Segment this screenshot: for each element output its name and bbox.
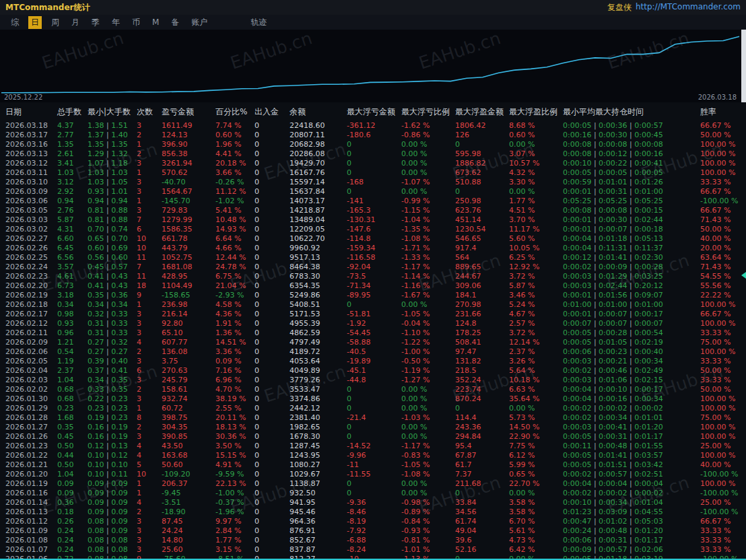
table-row[interactable]: 2026.02.276.600.65 | 0.7010661.786.64 %0… <box>0 234 746 244</box>
menu-item-11[interactable]: 轨迹 <box>248 16 269 29</box>
table-row[interactable]: 2026.02.120.930.31 | 0.33392.801.91 %049… <box>0 319 746 328</box>
cell-max-float-loss: -180.6 <box>347 131 401 140</box>
menu-item-3[interactable]: 周 <box>48 16 62 29</box>
cell-deposit-withdraw: 0 <box>255 470 290 479</box>
table-row[interactable]: 2026.01.090.240.08 | 0.09324.242.84 %087… <box>0 526 746 536</box>
table-row[interactable]: 2026.02.243.570.45 | 0.5771681.0824.78 %… <box>0 262 746 272</box>
cell-hold-times: 0:00:03 | 0:01:06 | 0:02:15 <box>563 376 700 385</box>
menu-item-4[interactable]: 月 <box>69 16 82 29</box>
separator: | <box>591 357 599 365</box>
table-row[interactable]: 2026.02.193.180.35 | 0.369-158.65-2.93 %… <box>0 291 746 300</box>
chart-scrollbar[interactable] <box>741 30 746 102</box>
table-row[interactable]: 2026.01.210.500.10 | 0.10550.604.91 %010… <box>0 460 746 470</box>
table-row[interactable]: 2026.03.111.031.03 | 1.031570.623.66 %01… <box>0 168 746 178</box>
table-row[interactable]: 2026.03.172.771.37 | 1.402124.130.60 %02… <box>0 131 746 140</box>
menu-item-9[interactable]: 备 <box>168 16 182 29</box>
cell-max-float-profit-pct: 5.73 % <box>509 413 563 423</box>
value: 0.37 <box>88 366 104 375</box>
table-row[interactable]: 2026.03.052.760.81 | 0.883729.835.41 %01… <box>0 206 746 215</box>
table-row[interactable]: 2026.03.024.310.70 | 0.7461586.3514.93 %… <box>0 225 746 234</box>
table-row[interactable]: 2026.01.080.240.08 | 0.08314.801.77 %085… <box>0 536 746 545</box>
cell-min-max-lots: 0.81 | 0.88 <box>88 206 137 215</box>
cell-max-float-loss-pct: -1.27 % <box>401 376 455 385</box>
value: 0.31 <box>88 319 104 328</box>
separator: | <box>591 253 599 262</box>
table-row[interactable]: 2026.01.140.360.09 | 0.094-3.51-0.37 %09… <box>0 498 746 508</box>
cell-pl-amount: -40.70 <box>162 178 215 187</box>
table-row[interactable]: 2026.02.031.040.34 | 0.353245.796.96 %03… <box>0 376 746 385</box>
cell-max-float-profit-pct: 22.90 % <box>509 432 563 442</box>
table-row[interactable]: 2026.02.110.960.31 | 0.33365.101.36 %048… <box>0 328 746 338</box>
table-row[interactable]: 2026.03.161.351.35 | 1.351396.901.96 %02… <box>0 140 746 149</box>
equity-curve-line <box>1 36 739 93</box>
menu-item-5[interactable]: 季 <box>89 16 102 29</box>
cell-hold-times: 0:00:59 | 0:01:01 | 0:01:26 <box>563 178 700 187</box>
cell-date: 2026.03.09 <box>5 187 57 197</box>
table-row[interactable]: 2026.03.184.371.38 | 1.5131611.497.74 %0… <box>0 121 746 131</box>
cell-min-max-lots: 1.37 | 1.40 <box>88 131 137 140</box>
cell-pl-amount: -9.45 <box>162 489 215 498</box>
value: 1.01 <box>111 187 128 196</box>
value: 0:02:44 <box>599 281 627 290</box>
equity-chart[interactable]: 2025.12.22 2026.03.18 <box>0 30 746 102</box>
value: 0.08 <box>111 545 128 554</box>
table-row[interactable]: 2026.02.266.450.60 | 0.6910443.794.66 %0… <box>0 244 746 253</box>
table-row[interactable]: 2026.02.020.680.33 | 0.352158.614.70 %03… <box>0 385 746 394</box>
cell-pl-amount: 1564.67 <box>162 187 215 197</box>
value: 0:00:03 <box>563 376 591 384</box>
cell-pl-percent: -2.93 % <box>215 291 255 300</box>
table-row[interactable]: 2026.03.132.611.29 | 1.322856.384.41 %02… <box>0 149 746 159</box>
table-row[interactable]: 2026.01.220.440.10 | 0.124163.6815.15 %0… <box>0 451 746 460</box>
table-row[interactable]: 2026.03.103.121.03 | 1.053-40.70-0.26 %0… <box>0 178 746 187</box>
table-row[interactable]: 2026.02.234.610.41 | 0.4311428.956.75 %0… <box>0 272 746 281</box>
table-row[interactable]: 2026.01.130.180.09 | 0.092-18.90-1.96 %0… <box>0 508 746 517</box>
table-row[interactable]: 2026.02.060.540.27 | 0.272136.083.36 %04… <box>0 347 746 357</box>
table-row[interactable]: 2026.01.290.230.23 | 0.23160.722.55 %024… <box>0 404 746 413</box>
separator: | <box>104 168 112 177</box>
separator: | <box>591 168 599 177</box>
cell-date: 2026.02.11 <box>5 328 57 338</box>
table-row[interactable]: 2026.02.256.560.56 | 0.60111052.7512.44 … <box>0 253 746 262</box>
table-row[interactable]: 2026.01.270.350.16 | 0.192304.3518.13 %0… <box>0 423 746 432</box>
cell-deposit-withdraw: 0 <box>255 310 290 319</box>
separator: | <box>104 206 112 215</box>
menu-item-1[interactable]: 综 <box>8 16 22 29</box>
table-row[interactable]: 2026.01.281.680.19 | 0.238398.7520.11 %0… <box>0 413 746 423</box>
value: 0:00:07 <box>563 319 591 328</box>
table-row[interactable]: 2026.01.190.090.09 | 0.091206.3722.13 %0… <box>0 479 746 489</box>
table-row[interactable]: 2026.02.091.210.27 | 0.324607.7714.51 %0… <box>0 338 746 347</box>
table-row[interactable]: 2026.01.260.450.16 | 0.193390.8530.36 %0… <box>0 432 746 442</box>
table-row[interactable]: 2026.01.230.500.12 | 0.13443.503.50 %012… <box>0 442 746 451</box>
table-row[interactable]: 2026.02.206.730.41 | 0.43181104.4921.04 … <box>0 281 746 291</box>
menu-item-6[interactable]: 年 <box>109 16 123 29</box>
table-row[interactable]: 2026.02.180.340.34 | 0.341236.984.58 %05… <box>0 300 746 310</box>
table-row[interactable]: 2026.03.123.411.07 | 1.1833261.9420.18 %… <box>0 159 746 168</box>
table-row[interactable]: 2026.01.160.090.09 | 0.091-9.45-1.00 %09… <box>0 489 746 498</box>
menu-item-8[interactable]: M <box>149 17 162 28</box>
brand-url-link[interactable]: http://MTCommander.com <box>636 2 741 13</box>
value: 0:01:23 <box>563 508 591 516</box>
cell-max-float-loss: -89.95 <box>347 291 401 300</box>
menu-item-7[interactable]: 币 <box>129 16 143 29</box>
table-row[interactable]: 2026.02.051.190.39 | 0.4033.750.09 %0405… <box>0 357 746 366</box>
table-row[interactable]: 2026.02.042.370.37 | 0.416270.637.16 %04… <box>0 366 746 376</box>
value: 0:00:04 <box>563 385 591 394</box>
cell-max-float-loss: -92.04 <box>347 262 401 272</box>
table-row[interactable]: 2026.01.300.680.22 | 0.233932.7438.19 %0… <box>0 394 746 404</box>
menu-item-10[interactable]: 账户 <box>189 16 210 29</box>
table-row[interactable]: 2026.01.201.040.10 | 0.1110-109.20-9.59 … <box>0 470 746 479</box>
cell-trade-count: 3 <box>137 187 162 197</box>
cell-win-rate: 100.00 % <box>700 300 746 310</box>
table-row[interactable]: 2026.02.170.980.32 | 0.333216.144.36 %05… <box>0 310 746 319</box>
table-row[interactable]: 2026.03.060.940.94 | 0.941-145.70-1.02 %… <box>0 197 746 206</box>
table-row[interactable]: 2026.01.070.240.08 | 0.08325.603.15 %083… <box>0 545 746 555</box>
table-row[interactable]: 2026.01.120.260.08 | 0.09387.459.97 %096… <box>0 517 746 526</box>
menu-item-2[interactable]: 日 <box>28 16 42 29</box>
cell-min-max-lots: 0.65 | 0.70 <box>88 234 137 244</box>
value: 0:00:23 <box>599 347 627 356</box>
cell-max-float-profit: 184.1 <box>455 291 509 300</box>
table-row[interactable]: 2026.03.092.920.93 | 1.0131564.6711.12 %… <box>0 187 746 197</box>
cell-pl-amount: 607.77 <box>162 338 215 347</box>
table-row[interactable]: 2026.03.035.870.81 | 0.8871279.9910.48 %… <box>0 215 746 225</box>
value: 0:02:15 <box>634 376 663 384</box>
